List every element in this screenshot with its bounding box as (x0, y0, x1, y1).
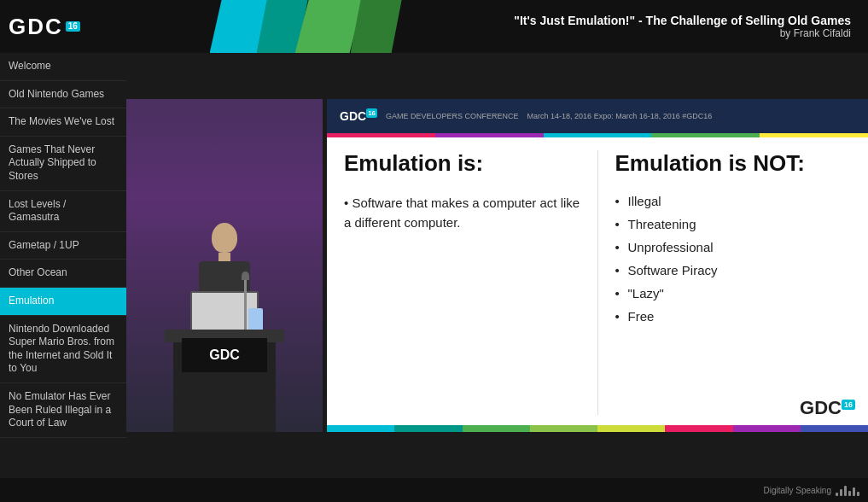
sidebar-item-lost-levels[interactable]: Lost Levels / Gamasutra (0, 191, 126, 232)
sidebar-item-welcome[interactable]: Welcome (0, 53, 126, 81)
audio-bar-5 (853, 487, 855, 496)
audio-bar-4 (848, 491, 851, 496)
corner-logo-badge: 16 (842, 400, 855, 410)
bottom-stripe-green (463, 425, 530, 432)
sidebar-item-games-never-shipped[interactable]: Games That Never Actually Shipped to Sto… (0, 137, 126, 191)
bottom-stripe-light-green (530, 425, 597, 432)
gdc-logo: GDC16 (9, 14, 80, 40)
audio-bar-6 (857, 492, 859, 496)
slide-color-stripe-bottom (327, 425, 868, 432)
podium: GDC (173, 330, 276, 432)
presenter-head (212, 223, 237, 253)
stripe-cyan (544, 133, 652, 137)
slide-left-bullet-text: • Software that makes a computer act lik… (344, 194, 580, 232)
podium-sign: GDC (182, 338, 267, 372)
main-content: WelcomeOld Nintendo GamesThe Movies We'v… (0, 53, 868, 478)
slide-right-bullets: IllegalThreateningUnprofessionalSoftware… (615, 194, 852, 324)
digitally-speaking: Digitally Speaking (764, 484, 860, 496)
slide-bullet-item: Unprofessional (615, 240, 852, 254)
slide-bullet-item: Free (615, 309, 852, 324)
slide-gdc-logo: GDC16 (340, 109, 377, 123)
sidebar-item-old-nintendo[interactable]: Old Nintendo Games (0, 81, 126, 109)
slide-left-heading: Emulation is: (344, 150, 580, 177)
slide-bullet-item: Illegal (615, 194, 852, 208)
slide-left-panel: Emulation is: • Software that makes a co… (344, 150, 598, 415)
sidebar-item-other-ocean[interactable]: Other Ocean (0, 260, 126, 288)
presenter-section: GDC (126, 99, 323, 432)
stripe-pink (327, 133, 435, 137)
logo-text: GDC (9, 14, 63, 40)
header-subtitle: by Frank Cifaldi (514, 27, 851, 39)
sidebar-item-nintendo-super[interactable]: Nintendo Downloaded Super Mario Bros. fr… (0, 316, 126, 383)
bottom-stripe-pink (665, 425, 732, 432)
slide-content: Emulation is: • Software that makes a co… (327, 133, 868, 432)
audio-bar-2 (840, 489, 842, 496)
presenter-neck (218, 253, 230, 261)
presenter-background: GDC (126, 99, 323, 432)
sidebar-item-emulation[interactable]: Emulation (0, 288, 126, 316)
slide-bullet-item: Threatening (615, 217, 852, 231)
bottom-bar: Digitally Speaking (0, 478, 868, 502)
header: GDC16 "It's Just Emulation!" - The Chall… (0, 0, 868, 53)
slide-bullet-item: "Lazy" (615, 286, 852, 301)
stripe-yellow (760, 133, 868, 137)
audio-bar-3 (844, 486, 847, 496)
content-area: GDC GDC16 GAME DEVELOPERS CONFERENCE Mar… (126, 53, 868, 478)
video-container: GDC GDC16 GAME DEVELOPERS CONFERENCE Mar… (126, 53, 868, 478)
bottom-stripe-cyan (327, 425, 394, 432)
sidebar-item-movies-lost[interactable]: The Movies We've Lost (0, 108, 126, 137)
corner-logo-text: GDC16 (800, 397, 855, 419)
slide-header: GDC16 GAME DEVELOPERS CONFERENCE March 1… (327, 99, 868, 133)
header-title-area: "It's Just Emulation!" - The Challenge o… (514, 14, 859, 39)
podium-logo-text: GDC (209, 347, 240, 363)
stripe-green (651, 133, 760, 137)
header-shapes (210, 0, 402, 53)
bottom-stripe-purple (733, 425, 801, 432)
header-graphic (97, 0, 514, 53)
slide-top-stripe (327, 133, 868, 137)
audio-bars (836, 484, 859, 496)
slide-corner-logo: GDC16 (800, 397, 855, 419)
sidebar-item-gametap[interactable]: Gametap / 1UP (0, 232, 126, 260)
slide-gdc-badge: 16 (366, 108, 377, 118)
stripe-purple (435, 133, 544, 137)
slide-right-panel: Emulation is NOT: IllegalThreateningUnpr… (598, 150, 852, 415)
digitally-speaking-text: Digitally Speaking (764, 486, 832, 495)
slide-section: GDC16 GAME DEVELOPERS CONFERENCE March 1… (327, 99, 868, 432)
slide-conference-text: GAME DEVELOPERS CONFERENCE March 14-18, … (386, 112, 712, 120)
slide-right-heading: Emulation is NOT: (615, 150, 852, 177)
header-main-title: "It's Just Emulation!" - The Challenge o… (514, 14, 851, 27)
microphone-head (242, 271, 249, 280)
sidebar-scroll[interactable]: WelcomeOld Nintendo GamesThe Movies We'v… (0, 53, 126, 478)
logo-badge: 16 (66, 21, 80, 32)
bottom-stripe-lime (597, 425, 665, 432)
sidebar-item-no-emulator[interactable]: No Emulator Has Ever Been Ruled Illegal … (0, 383, 126, 438)
sidebar: WelcomeOld Nintendo GamesThe Movies We'v… (0, 53, 126, 478)
audio-bar-1 (836, 493, 838, 496)
bottom-stripe-indigo (801, 425, 868, 432)
slide-bullet-item: Software Piracy (615, 263, 852, 277)
bottom-stripe-teal (394, 425, 462, 432)
